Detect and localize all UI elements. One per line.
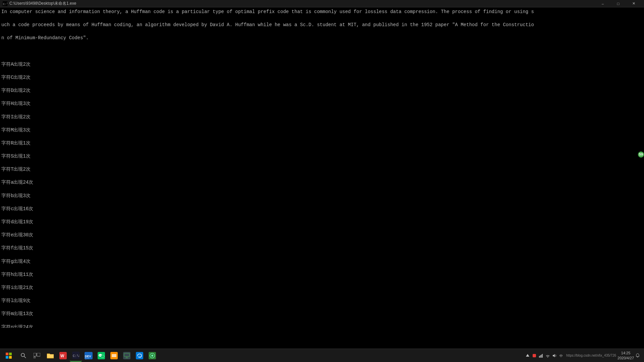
char-line-1: 字符C出现2次: [1, 74, 643, 81]
devcpp-icon[interactable]: DEV C++: [83, 350, 95, 362]
cmd-taskbar-icon: C:\>: [72, 352, 79, 359]
svg-text:C:\: C:\: [3, 3, 7, 6]
char-line-20: 字符n出现24次: [1, 324, 643, 328]
notification-icon[interactable]: [635, 353, 640, 358]
edge-icon[interactable]: [133, 350, 146, 362]
clock-time: 14:25: [618, 351, 634, 355]
monitor-icon[interactable]: [121, 350, 133, 362]
svg-text:C:\>: C:\>: [73, 354, 79, 358]
svg-rect-8: [34, 353, 36, 356]
svg-point-41: [547, 357, 548, 358]
svg-point-6: [21, 353, 24, 357]
svg-rect-38: [540, 355, 541, 358]
tray-icons: 中: [525, 353, 565, 358]
taskbar-apps: W C:\> DEV C++: [43, 350, 525, 362]
intro-line-1: In computer science and information theo…: [1, 9, 643, 15]
edge-app-icon: [136, 352, 143, 359]
svg-marker-42: [553, 354, 555, 357]
volume-icon: [552, 353, 557, 358]
minimize-button[interactable]: –: [595, 0, 610, 7]
wechat-icon[interactable]: [95, 350, 107, 362]
scroll-badge: 59: [638, 152, 644, 158]
svg-rect-39: [541, 355, 542, 358]
char-line-3: 字符H出现3次: [1, 101, 643, 107]
tray-icon-1: [532, 353, 537, 358]
title-bar: C:\ C:\Users\93498\Desktop\未命名1.exe – □ …: [0, 0, 644, 7]
char-line-5: 字符M出现3次: [1, 127, 643, 134]
title-bar-left: C:\ C:\Users\93498\Desktop\未命名1.exe: [3, 1, 76, 6]
char-line-0: 字符A出现2次: [1, 61, 643, 68]
active-app-icon[interactable]: C:\>: [70, 350, 82, 362]
svg-rect-10: [34, 357, 35, 358]
svg-rect-37: [539, 356, 540, 358]
file-explorer-icon[interactable]: [44, 350, 56, 362]
char-line-18: 字符l出现9次: [1, 298, 643, 304]
wechat-app-icon: [98, 352, 105, 359]
svg-rect-26: [112, 356, 116, 357]
intro-line-3: n of Minimum-Redundancy Codes".: [1, 35, 643, 42]
close-button[interactable]: ✕: [626, 0, 641, 7]
network-icon: [539, 353, 543, 358]
svg-point-22: [100, 355, 101, 356]
char-line-14: 字符f出现15次: [1, 245, 643, 252]
360-app-icon: [149, 352, 156, 359]
url-hint: https://blog.csdn.net/xfix_435/726: [566, 354, 616, 357]
blank-line: [1, 48, 643, 55]
svg-text:中: 中: [559, 354, 563, 358]
wifi-icon: [545, 353, 550, 358]
char-line-13: 字符e出现30次: [1, 232, 643, 239]
system-tray: 中 https://blog.csdn.net/xfix_435/726 14:…: [525, 351, 643, 360]
char-line-6: 字符R出现1次: [1, 140, 643, 147]
svg-line-7: [24, 356, 26, 358]
svg-point-20: [101, 355, 104, 358]
svg-rect-31: [136, 352, 143, 359]
svg-point-34: [151, 355, 153, 357]
app5-icon[interactable]: [108, 350, 120, 362]
wps-app-icon: W: [59, 352, 67, 359]
monitor-app-icon: [123, 352, 130, 359]
svg-rect-9: [37, 353, 40, 356]
clock-date: 2020/4/27: [618, 356, 634, 360]
taskbar: W C:\> DEV C++: [0, 349, 644, 362]
char-line-2: 字符D出现2次: [1, 87, 643, 94]
char-line-15: 字符g出现4次: [1, 258, 643, 265]
task-view-icon: [34, 353, 40, 358]
console-wrapper: In computer science and information theo…: [0, 7, 644, 349]
char-line-7: 字符S出现1次: [1, 153, 643, 160]
start-button[interactable]: [1, 349, 16, 362]
search-icon: [20, 353, 26, 359]
sandwich-app-icon: [110, 352, 118, 359]
devcpp-app-icon: DEV C++: [85, 352, 93, 359]
intro-line-2: uch a code proceeds by means of Huffman …: [1, 22, 643, 28]
svg-text:W: W: [60, 354, 64, 358]
ime-icon: 中: [559, 353, 565, 358]
wps-icon[interactable]: W: [57, 350, 69, 362]
char-line-11: 字符c出现16次: [1, 206, 643, 213]
svg-text:C++: C++: [85, 357, 89, 359]
svg-marker-35: [526, 354, 529, 357]
search-button[interactable]: [16, 349, 31, 362]
char-line-12: 字符d出现19次: [1, 219, 643, 226]
svg-rect-24: [112, 354, 116, 355]
char-line-10: 字符b出现3次: [1, 193, 643, 199]
char-line-4: 字符I出现2次: [1, 114, 643, 121]
360-icon[interactable]: [146, 350, 158, 362]
svg-rect-3: [9, 353, 12, 355]
window-title: C:\Users\93498\Desktop\未命名1.exe: [9, 1, 76, 6]
svg-rect-5: [9, 356, 12, 359]
maximize-button[interactable]: □: [610, 0, 626, 7]
svg-rect-40: [542, 354, 543, 358]
svg-rect-2: [6, 353, 8, 355]
arrow-up-icon[interactable]: [525, 353, 530, 358]
windows-icon: [6, 353, 12, 359]
clock: 14:25 2020/4/27: [618, 351, 634, 360]
char-line-8: 字符T出现2次: [1, 166, 643, 173]
console-output: In computer science and information theo…: [0, 7, 644, 328]
folder-icon: [47, 352, 54, 359]
task-view-button[interactable]: [31, 350, 43, 362]
char-line-19: 字符m出现13次: [1, 311, 643, 317]
svg-rect-4: [6, 356, 8, 359]
svg-point-21: [99, 355, 100, 356]
char-line-9: 字符a出现24次: [1, 179, 643, 186]
char-line-17: 字符i出现21次: [1, 285, 643, 291]
